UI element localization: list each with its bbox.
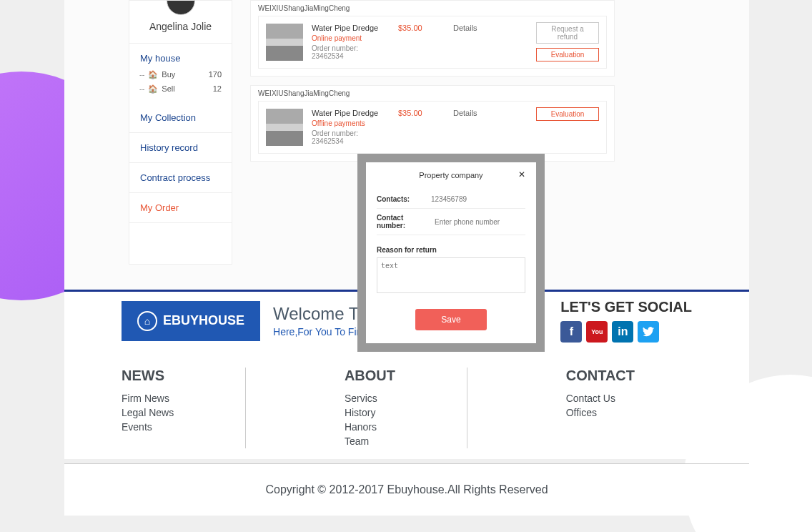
payment-type: Online payment <box>312 34 387 42</box>
link-history[interactable]: History <box>345 405 395 420</box>
evaluation-button[interactable]: Evaluation <box>536 107 599 121</box>
price: $35.00 <box>398 109 422 117</box>
user-name: Angelina Jolie <box>129 21 232 44</box>
contact-title: CONTACT <box>566 368 635 384</box>
order-card: WEIXIUShangJiaMingCheng Water Pipe Dredg… <box>250 85 615 162</box>
property-company-modal: Property company ✕ Contacts: Contact num… <box>366 162 536 343</box>
logo-icon: ⌂ <box>137 311 157 331</box>
sidebar: Angelina Jolie My house -- 🏠 Buy 170 -- … <box>129 0 232 265</box>
house-icon: 🏠 <box>148 84 158 94</box>
order-number: Order number: 23462534 <box>312 44 387 60</box>
about-title: ABOUT <box>345 368 395 384</box>
link-services[interactable]: Servics <box>345 391 395 405</box>
sidebar-history-record[interactable]: History record <box>129 133 232 163</box>
product-title: Water Pipe Dredge <box>312 109 387 117</box>
sidebar-my-collection[interactable]: My Collection <box>129 103 232 133</box>
sidebar-item-buy[interactable]: -- 🏠 Buy 170 <box>139 67 222 82</box>
order-card: WEIXIUShangJiaMingCheng Water Pipe Dredg… <box>250 0 615 77</box>
modal-title: Property company <box>419 171 482 179</box>
sidebar-my-order[interactable]: My Order <box>129 193 232 223</box>
phone-label: Contact number: <box>377 214 429 230</box>
footer-col-contact: CONTACT Contact Us Offices <box>566 368 692 448</box>
details-link[interactable]: Details <box>453 109 477 117</box>
orders-content: WEIXIUShangJiaMingCheng Water Pipe Dredg… <box>250 0 615 170</box>
footer-col-about: ABOUT Servics History Hanors Team <box>345 368 467 448</box>
logo[interactable]: ⌂ EBUYHOUSE <box>122 301 260 341</box>
contacts-label: Contacts: <box>377 195 425 203</box>
contacts-input[interactable] <box>431 195 525 203</box>
evaluation-button[interactable]: Evaluation <box>536 48 599 61</box>
payment-type: Offline payments <box>312 119 387 127</box>
buy-label: Buy <box>162 70 175 79</box>
product-image[interactable] <box>266 24 303 61</box>
social-title: LET'S GET SOCIAL <box>560 299 692 315</box>
buy-count: 170 <box>209 70 222 79</box>
link-team[interactable]: Team <box>345 434 395 448</box>
product-title: Water Pipe Dredge <box>312 24 387 32</box>
close-icon[interactable]: ✕ <box>518 169 525 179</box>
logo-text: EBUYHOUSE <box>163 313 244 328</box>
reason-textarea[interactable] <box>377 257 525 293</box>
price: $35.00 <box>398 24 422 32</box>
sidebar-item-sell[interactable]: -- 🏠 Sell 12 <box>139 82 222 96</box>
link-firm-news[interactable]: Firm News <box>122 391 174 405</box>
facebook-icon[interactable]: f <box>560 321 582 343</box>
sell-label: Sell <box>162 84 174 93</box>
link-offices[interactable]: Offices <box>566 405 635 420</box>
details-link[interactable]: Details <box>453 24 477 32</box>
link-events[interactable]: Events <box>122 420 174 434</box>
phone-input[interactable] <box>435 218 525 226</box>
vendor-name: WEIXIUShangJiaMingCheng <box>251 86 614 101</box>
link-contact-us[interactable]: Contact Us <box>566 391 635 405</box>
youtube-icon[interactable]: You <box>586 321 608 343</box>
twitter-icon[interactable] <box>638 321 659 343</box>
sidebar-my-house[interactable]: My house <box>129 44 232 67</box>
refund-button[interactable]: Request a refund <box>536 22 599 44</box>
vendor-name: WEIXIUShangJiaMingCheng <box>251 1 614 16</box>
product-image[interactable] <box>266 109 303 146</box>
save-button[interactable]: Save <box>415 309 487 330</box>
news-title: NEWS <box>122 368 174 384</box>
footer-col-news: NEWS Firm News Legal News Events <box>122 368 246 448</box>
sell-count: 12 <box>213 84 222 93</box>
linkedin-icon[interactable]: in <box>612 321 633 343</box>
avatar[interactable] <box>167 0 195 15</box>
reason-label: Reason for return <box>377 246 525 254</box>
link-honors[interactable]: Hanors <box>345 420 395 434</box>
order-number: Order number: 23462534 <box>312 129 387 145</box>
modal-overlay: Property company ✕ Contacts: Contact num… <box>357 154 545 352</box>
link-legal-news[interactable]: Legal News <box>122 405 174 420</box>
house-icon: 🏠 <box>148 69 158 79</box>
sidebar-contract-process[interactable]: Contract process <box>129 163 232 193</box>
copyright: Copyright © 2012-2017 Ebuyhouse.All Righ… <box>64 463 749 516</box>
